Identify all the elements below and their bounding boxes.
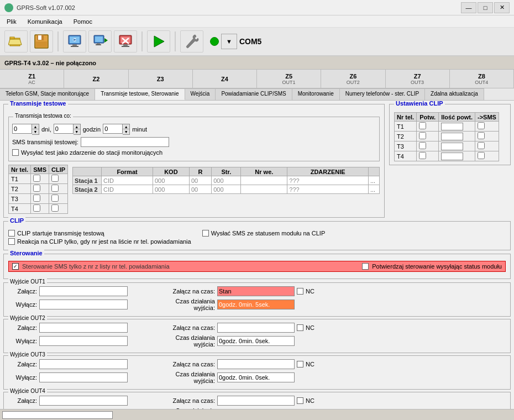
clip-t3-ilosc-input[interactable] xyxy=(441,143,463,150)
sterowanie-cb2[interactable] xyxy=(362,263,369,270)
tab-wejscia[interactable]: Wejścia xyxy=(185,88,216,100)
minutes-spinner[interactable]: 0 ▲ ▼ xyxy=(103,124,130,135)
clip-t3-sms-cb[interactable] xyxy=(478,142,485,149)
clip-t4-sms[interactable] xyxy=(475,151,499,161)
clip-t1-ilosc-input[interactable] xyxy=(441,123,463,130)
clip-t1-potw-cb[interactable] xyxy=(419,122,426,129)
row-t3-clip[interactable] xyxy=(49,194,68,204)
out3-zalacz-input[interactable] xyxy=(39,359,128,369)
clip-t4-ilosc[interactable] xyxy=(439,151,475,161)
clip-t4-ilosc-input[interactable] xyxy=(441,153,463,160)
minutes-value[interactable]: 0 xyxy=(103,124,123,134)
menu-pomoc[interactable]: Pomoc xyxy=(71,17,95,26)
out4-nc-cb[interactable] xyxy=(297,397,303,404)
clip-t3-potw[interactable] xyxy=(417,141,439,151)
clip-t2-potw-cb[interactable] xyxy=(419,132,426,139)
t2-sms-cb[interactable] xyxy=(33,185,40,192)
clip-t2-ilosc-input[interactable] xyxy=(441,133,463,140)
row-t2-sms[interactable] xyxy=(31,184,49,194)
t1-clip-cb[interactable] xyxy=(51,175,59,182)
clip-cb1[interactable] xyxy=(8,230,15,237)
disconnect-button[interactable] xyxy=(114,30,137,53)
clip-cb3[interactable] xyxy=(202,230,209,237)
out1-zalach-na-czas-input[interactable] xyxy=(217,286,295,296)
row-t3-sms[interactable] xyxy=(31,194,49,204)
sterowanie-cb1[interactable] xyxy=(12,263,19,270)
clip-t2-sms-cb[interactable] xyxy=(478,132,485,139)
out1-zalacz-input[interactable] xyxy=(39,286,128,296)
out2-wylacz-input[interactable] xyxy=(39,336,128,346)
row-t4-sms[interactable] xyxy=(31,204,49,214)
clip-t3-sms[interactable] xyxy=(475,141,499,151)
minutes-up[interactable]: ▲ xyxy=(123,124,129,129)
row-t4-clip[interactable] xyxy=(49,204,68,214)
out3-czas-dzialania-input[interactable] xyxy=(217,372,295,382)
clip-t4-potw[interactable] xyxy=(417,151,439,161)
clip-t1-ilosc[interactable] xyxy=(439,122,475,132)
out3-zalach-na-czas-input[interactable] xyxy=(217,359,295,369)
out2-zalacz-input[interactable] xyxy=(39,323,128,333)
t3-sms-cb[interactable] xyxy=(33,195,40,202)
zone-tab-z2[interactable]: Z2 xyxy=(64,70,128,88)
days-value[interactable]: 0 xyxy=(12,124,32,134)
t4-clip-cb[interactable] xyxy=(51,204,59,212)
t4-sms-cb[interactable] xyxy=(33,204,40,212)
tab-aktualizacja[interactable]: Zdalna aktualizacja xyxy=(425,88,484,100)
zone-tab-z7[interactable]: Z7 OUT3 xyxy=(386,70,450,88)
days-up[interactable]: ▲ xyxy=(32,124,39,129)
clip-t1-sms[interactable] xyxy=(475,122,499,132)
wysylac-checkbox[interactable] xyxy=(12,149,19,156)
out4-zalacz-input[interactable] xyxy=(39,396,128,406)
connect-button[interactable] xyxy=(63,30,86,53)
tab-transmisje[interactable]: Transmisje testowe, Sterowanie xyxy=(95,88,185,100)
out3-wylacz-input[interactable] xyxy=(39,372,128,382)
clip-t1-potw[interactable] xyxy=(417,122,439,132)
minutes-down[interactable]: ▼ xyxy=(123,129,129,134)
clip-t1-sms-cb[interactable] xyxy=(478,122,485,129)
hours-up[interactable]: ▲ xyxy=(74,124,80,129)
clip-t4-sms-cb[interactable] xyxy=(478,152,485,159)
stacja-1-dots[interactable]: ... xyxy=(369,176,380,185)
read-button[interactable] xyxy=(88,30,112,53)
close-button[interactable]: ✕ xyxy=(494,2,510,13)
out3-nc-cb[interactable] xyxy=(297,361,303,368)
days-spinner[interactable]: 0 ▲ ▼ xyxy=(12,124,39,135)
clip-t3-potw-cb[interactable] xyxy=(419,142,426,149)
zone-tab-z8[interactable]: Z8 OUT4 xyxy=(450,70,514,88)
tab-numery[interactable]: Numery telefonów - ster. CLIP xyxy=(340,88,425,100)
menu-plik[interactable]: Plik xyxy=(4,17,19,26)
hours-value[interactable]: 0 xyxy=(54,124,74,134)
menu-komunikacja[interactable]: Komunikacja xyxy=(25,17,65,26)
t2-clip-cb[interactable] xyxy=(51,185,59,192)
settings-button[interactable] xyxy=(180,30,203,53)
out1-nc-cb[interactable] xyxy=(297,288,303,295)
clip-t4-potw-cb[interactable] xyxy=(419,152,426,159)
run-button[interactable] xyxy=(147,30,170,53)
hours-spinner[interactable]: 0 ▲ ▼ xyxy=(54,124,81,135)
out2-zalach-na-czas-input[interactable] xyxy=(217,323,295,333)
out1-wylacz-input[interactable] xyxy=(39,300,128,309)
com-dropdown-button[interactable]: ▼ xyxy=(221,34,237,49)
out2-nc-cb[interactable] xyxy=(297,324,303,331)
clip-t3-ilosc[interactable] xyxy=(439,141,475,151)
zone-tab-z4[interactable]: Z4 xyxy=(193,70,257,88)
minimize-button[interactable]: — xyxy=(461,2,476,13)
clip-cb2[interactable] xyxy=(8,238,15,245)
clip-t2-potw[interactable] xyxy=(417,132,439,141)
maximize-button[interactable]: □ xyxy=(478,2,493,13)
tab-monitorowanie[interactable]: Monitorowanie xyxy=(292,88,340,100)
tab-powiadamianie[interactable]: Powiadamianie CLIP/SMS xyxy=(216,88,292,100)
open-button[interactable] xyxy=(4,30,28,53)
zone-tab-z5[interactable]: Z5 OUT1 xyxy=(257,70,321,88)
save-button[interactable] xyxy=(30,30,53,53)
out2-czas-dzialania-input[interactable] xyxy=(217,336,295,346)
clip-t2-ilosc[interactable] xyxy=(439,132,475,141)
zone-tab-z6[interactable]: Z6 OUT2 xyxy=(321,70,385,88)
row-t1-clip[interactable] xyxy=(49,174,68,184)
t3-clip-cb[interactable] xyxy=(51,195,59,202)
t1-sms-cb[interactable] xyxy=(33,175,40,182)
sms-input[interactable] xyxy=(81,137,169,147)
zone-tab-z3[interactable]: Z3 xyxy=(129,70,193,88)
row-t1-sms[interactable] xyxy=(31,174,49,184)
tab-telefon[interactable]: Telefon GSM, Stacje monitorujące xyxy=(0,88,95,100)
